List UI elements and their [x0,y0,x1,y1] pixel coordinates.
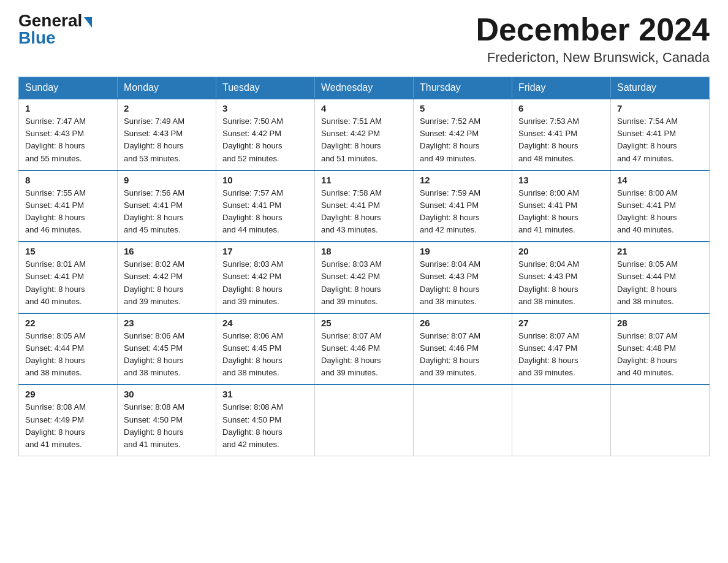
weekday-header-row: SundayMondayTuesdayWednesdayThursdayFrid… [19,77,710,99]
day-number: 24 [222,318,308,328]
calendar-day-cell: 15Sunrise: 8:01 AMSunset: 4:41 PMDayligh… [19,242,118,313]
day-info: Sunrise: 7:52 AMSunset: 4:42 PMDaylight:… [420,115,506,165]
day-number: 22 [25,318,111,328]
day-info: Sunrise: 7:47 AMSunset: 4:43 PMDaylight:… [25,115,111,165]
day-info: Sunrise: 7:58 AMSunset: 4:41 PMDaylight:… [321,187,407,237]
day-info: Sunrise: 7:50 AMSunset: 4:42 PMDaylight:… [222,115,308,165]
day-info: Sunrise: 8:04 AMSunset: 4:43 PMDaylight:… [420,258,506,308]
calendar-week-row: 8Sunrise: 7:55 AMSunset: 4:41 PMDaylight… [19,170,710,242]
day-number: 19 [420,246,506,256]
calendar-day-cell [414,385,512,456]
calendar-day-cell: 27Sunrise: 8:07 AMSunset: 4:47 PMDayligh… [512,313,611,385]
weekday-header-cell: Thursday [414,77,512,99]
day-number: 3 [222,103,308,113]
day-number: 14 [617,175,703,185]
calendar-day-cell: 24Sunrise: 8:06 AMSunset: 4:45 PMDayligh… [216,313,315,385]
calendar-day-cell: 17Sunrise: 8:03 AMSunset: 4:42 PMDayligh… [216,242,315,313]
day-info: Sunrise: 8:07 AMSunset: 4:48 PMDaylight:… [617,330,703,380]
day-number: 7 [617,103,703,113]
day-info: Sunrise: 7:57 AMSunset: 4:41 PMDaylight:… [222,187,308,237]
calendar-day-cell: 25Sunrise: 8:07 AMSunset: 4:46 PMDayligh… [315,313,414,385]
day-info: Sunrise: 8:03 AMSunset: 4:42 PMDaylight:… [222,258,308,308]
calendar-day-cell: 28Sunrise: 8:07 AMSunset: 4:48 PMDayligh… [611,313,710,385]
calendar-day-cell: 20Sunrise: 8:04 AMSunset: 4:43 PMDayligh… [512,242,611,313]
calendar-day-cell: 22Sunrise: 8:05 AMSunset: 4:44 PMDayligh… [19,313,118,385]
day-number: 29 [25,389,111,399]
calendar-day-cell: 6Sunrise: 7:53 AMSunset: 4:41 PMDaylight… [512,99,611,170]
logo-general-text: General [18,12,82,29]
weekday-header-cell: Sunday [19,77,118,99]
calendar-day-cell: 19Sunrise: 8:04 AMSunset: 4:43 PMDayligh… [414,242,512,313]
calendar-day-cell [315,385,414,456]
day-info: Sunrise: 8:01 AMSunset: 4:41 PMDaylight:… [25,258,111,308]
calendar-day-cell [611,385,710,456]
calendar-day-cell: 3Sunrise: 7:50 AMSunset: 4:42 PMDaylight… [216,99,315,170]
calendar-day-cell: 12Sunrise: 7:59 AMSunset: 4:41 PMDayligh… [414,170,512,242]
logo-triangle-icon [84,17,92,28]
calendar-day-cell: 23Sunrise: 8:06 AMSunset: 4:45 PMDayligh… [118,313,216,385]
day-info: Sunrise: 7:55 AMSunset: 4:41 PMDaylight:… [25,187,111,237]
day-number: 10 [222,175,308,185]
logo-blue-text: Blue [18,29,56,47]
day-number: 25 [321,318,407,328]
calendar-day-cell [512,385,611,456]
day-number: 12 [420,175,506,185]
day-number: 30 [124,389,210,399]
day-info: Sunrise: 8:07 AMSunset: 4:46 PMDaylight:… [420,330,506,380]
calendar-table: SundayMondayTuesdayWednesdayThursdayFrid… [18,77,710,456]
calendar-day-cell: 21Sunrise: 8:05 AMSunset: 4:44 PMDayligh… [611,242,710,313]
day-info: Sunrise: 7:59 AMSunset: 4:41 PMDaylight:… [420,187,506,237]
page-header: General Blue December 2024 Fredericton, … [18,12,710,66]
day-info: Sunrise: 8:06 AMSunset: 4:45 PMDaylight:… [124,330,210,380]
day-number: 16 [124,246,210,256]
day-number: 20 [518,246,604,256]
calendar-body: 1Sunrise: 7:47 AMSunset: 4:43 PMDaylight… [19,99,710,456]
day-number: 4 [321,103,407,113]
day-info: Sunrise: 8:08 AMSunset: 4:50 PMDaylight:… [222,401,308,451]
weekday-header-cell: Wednesday [315,77,414,99]
day-number: 17 [222,246,308,256]
day-number: 1 [25,103,111,113]
calendar-week-row: 1Sunrise: 7:47 AMSunset: 4:43 PMDaylight… [19,99,710,170]
day-info: Sunrise: 8:06 AMSunset: 4:45 PMDaylight:… [222,330,308,380]
calendar-day-cell: 16Sunrise: 8:02 AMSunset: 4:42 PMDayligh… [118,242,216,313]
day-info: Sunrise: 7:53 AMSunset: 4:41 PMDaylight:… [518,115,604,165]
calendar-day-cell: 18Sunrise: 8:03 AMSunset: 4:42 PMDayligh… [315,242,414,313]
day-info: Sunrise: 7:54 AMSunset: 4:41 PMDaylight:… [617,115,703,165]
day-info: Sunrise: 8:07 AMSunset: 4:47 PMDaylight:… [518,330,604,380]
day-number: 23 [124,318,210,328]
day-number: 28 [617,318,703,328]
day-info: Sunrise: 8:00 AMSunset: 4:41 PMDaylight:… [617,187,703,237]
calendar-day-cell: 1Sunrise: 7:47 AMSunset: 4:43 PMDaylight… [19,99,118,170]
day-number: 18 [321,246,407,256]
day-info: Sunrise: 8:08 AMSunset: 4:50 PMDaylight:… [124,401,210,451]
calendar-day-cell: 9Sunrise: 7:56 AMSunset: 4:41 PMDaylight… [118,170,216,242]
day-info: Sunrise: 8:00 AMSunset: 4:41 PMDaylight:… [518,187,604,237]
month-title: December 2024 [476,12,710,47]
calendar-day-cell: 8Sunrise: 7:55 AMSunset: 4:41 PMDaylight… [19,170,118,242]
weekday-header-cell: Saturday [611,77,710,99]
day-info: Sunrise: 8:07 AMSunset: 4:46 PMDaylight:… [321,330,407,380]
day-info: Sunrise: 8:05 AMSunset: 4:44 PMDaylight:… [25,330,111,380]
day-number: 26 [420,318,506,328]
calendar-day-cell: 5Sunrise: 7:52 AMSunset: 4:42 PMDaylight… [414,99,512,170]
calendar-day-cell: 29Sunrise: 8:08 AMSunset: 4:49 PMDayligh… [19,385,118,456]
day-info: Sunrise: 7:51 AMSunset: 4:42 PMDaylight:… [321,115,407,165]
logo: General Blue [18,12,92,47]
location-title: Fredericton, New Brunswick, Canada [476,50,710,66]
day-number: 5 [420,103,506,113]
calendar-day-cell: 31Sunrise: 8:08 AMSunset: 4:50 PMDayligh… [216,385,315,456]
day-number: 27 [518,318,604,328]
day-info: Sunrise: 7:56 AMSunset: 4:41 PMDaylight:… [124,187,210,237]
calendar-day-cell: 2Sunrise: 7:49 AMSunset: 4:43 PMDaylight… [118,99,216,170]
day-number: 11 [321,175,407,185]
calendar-day-cell: 11Sunrise: 7:58 AMSunset: 4:41 PMDayligh… [315,170,414,242]
calendar-week-row: 15Sunrise: 8:01 AMSunset: 4:41 PMDayligh… [19,242,710,313]
day-info: Sunrise: 8:02 AMSunset: 4:42 PMDaylight:… [124,258,210,308]
calendar-day-cell: 30Sunrise: 8:08 AMSunset: 4:50 PMDayligh… [118,385,216,456]
day-number: 15 [25,246,111,256]
day-number: 31 [222,389,308,399]
day-number: 6 [518,103,604,113]
weekday-header-cell: Friday [512,77,611,99]
calendar-day-cell: 13Sunrise: 8:00 AMSunset: 4:41 PMDayligh… [512,170,611,242]
